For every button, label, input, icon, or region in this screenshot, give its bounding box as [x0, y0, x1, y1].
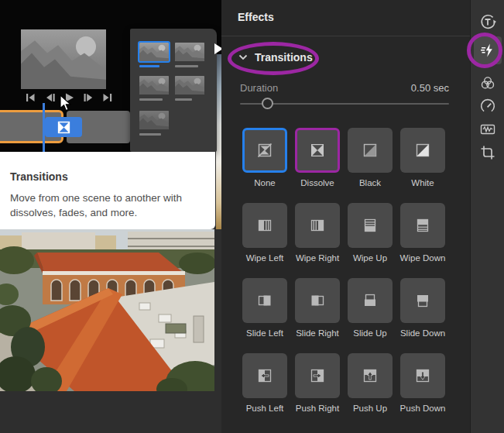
transition-cell-slide-right: Slide Right: [295, 278, 340, 353]
clip-duration-bar: [175, 65, 198, 67]
clip-thumbnail[interactable]: [139, 76, 169, 95]
effects-panel-title: Effects: [238, 11, 274, 23]
transition-cell-dissolve: Dissolve: [295, 128, 340, 203]
transition-cell-push-down: Push Down: [400, 353, 445, 428]
timeline-playhead[interactable]: [43, 103, 45, 152]
push-up-icon: [361, 366, 379, 385]
dissolve-icon: [308, 141, 327, 160]
slide-down-icon: [413, 291, 432, 310]
transition-tile-dissolve[interactable]: [295, 128, 340, 173]
clip-thumbnail-selected[interactable]: [139, 43, 169, 61]
clip-duration-bar: [175, 98, 192, 101]
slide-left-icon: [255, 291, 274, 310]
transition-label: Slide Left: [246, 328, 283, 338]
transition-label: Push Up: [353, 404, 387, 413]
transition-cell-push-up: Push Up: [348, 353, 393, 428]
transition-tile-slide-right[interactable]: [295, 278, 340, 323]
transition-tile-push-up[interactable]: [348, 353, 393, 398]
skip-end-icon[interactable]: [100, 91, 114, 105]
transition-tile-slide-up[interactable]: [348, 278, 393, 323]
transition-tile-push-down[interactable]: [400, 353, 445, 398]
transition-cell-push-right: Push Right: [295, 353, 340, 428]
none-icon: [255, 141, 274, 160]
transition-label: Wipe Right: [296, 253, 339, 263]
clip-duration-bar: [139, 133, 161, 136]
slide-right-icon: [308, 291, 327, 310]
transition-cell-wipe-up: Wipe Up: [348, 203, 393, 278]
transition-tile-slide-down[interactable]: [400, 278, 445, 323]
toolbar-crop-button[interactable]: [474, 139, 502, 167]
chevron-down-icon: [238, 54, 248, 60]
transition-label: Slide Up: [353, 328, 386, 338]
left-workspace: Transitions Move from one scene to anoth…: [0, 0, 221, 433]
push-down-icon: [413, 366, 432, 385]
transition-cell-push-left: Push Left: [242, 353, 287, 428]
white-icon: [413, 141, 432, 160]
transition-tile-wipe-down[interactable]: [400, 203, 445, 248]
transitions-section-label: Transitions: [255, 51, 313, 64]
transition-label: None: [254, 178, 276, 187]
effects-panel-header: Effects: [221, 0, 470, 36]
transition-cell-wipe-right: Wipe Right: [295, 203, 340, 278]
clip-duration-bar: [139, 98, 163, 101]
transition-tile-black[interactable]: [348, 128, 393, 173]
transition-cell-wipe-left: Wipe Left: [242, 203, 287, 278]
transition-label: Slide Down: [400, 328, 445, 338]
video-preview-thumbnail: [21, 29, 106, 89]
mouse-cursor-icon: [59, 95, 73, 112]
transition-label: Wipe Up: [353, 253, 387, 263]
push-right-icon: [308, 366, 327, 385]
background-video-sliver: [216, 54, 221, 229]
transition-cell-slide-down: Slide Down: [400, 278, 445, 353]
step-forward-icon[interactable]: [81, 91, 95, 105]
color-icon: [478, 74, 497, 92]
transition-cell-none: None: [242, 128, 287, 203]
transition-label: Push Down: [400, 404, 446, 413]
transition-tile-none[interactable]: [242, 128, 287, 173]
transition-tile-push-left[interactable]: [242, 353, 287, 398]
clip-thumbnail[interactable]: [139, 111, 169, 129]
transition-tile-wipe-up[interactable]: [348, 203, 393, 248]
wipe-down-icon: [413, 216, 432, 235]
clip-thumbnail[interactable]: [175, 76, 204, 95]
duration-slider-handle[interactable]: [262, 98, 273, 109]
tooltip-title: Transitions: [10, 170, 203, 183]
titles-icon: [478, 12, 497, 31]
transitions-grid: None Dissolve Black White Wipe Left Wipe…: [242, 128, 445, 428]
toolbar-effects-button[interactable]: [474, 36, 502, 64]
transition-tile-wipe-right[interactable]: [295, 203, 340, 248]
effects-icon: [478, 41, 497, 60]
slide-up-icon: [361, 291, 379, 310]
popup-expand-arrow-icon[interactable]: [214, 43, 221, 54]
clip-thumbnail[interactable]: [175, 43, 204, 61]
transitions-tooltip: Transitions Move from one scene to anoth…: [0, 152, 215, 229]
timeline-transition-badge[interactable]: [45, 117, 82, 137]
transition-tile-slide-left[interactable]: [242, 278, 287, 323]
clip-duration-bar: [139, 65, 159, 67]
toolbar-titles-button[interactable]: [474, 8, 502, 36]
clip-thumbnails-popup: [130, 29, 217, 152]
transition-tile-white[interactable]: [400, 128, 445, 173]
transition-cell-slide-left: Slide Left: [242, 278, 287, 353]
transition-tile-push-right[interactable]: [295, 353, 340, 398]
video-frame-photo: [0, 229, 214, 391]
audio-icon: [478, 120, 497, 139]
transition-label: Push Left: [246, 404, 284, 413]
transition-tile-wipe-left[interactable]: [242, 203, 287, 248]
transition-cell-white: White: [400, 128, 445, 203]
transitions-section-header[interactable]: Transitions: [238, 51, 313, 64]
transition-label: White: [411, 178, 434, 187]
wipe-right-icon: [308, 216, 327, 235]
wipe-up-icon: [361, 216, 379, 235]
premiere-rush-window: Transitions Move from one scene to anoth…: [0, 0, 504, 433]
transition-label: Push Right: [296, 404, 339, 413]
duration-slider[interactable]: [240, 98, 449, 110]
right-toolbar: [470, 0, 504, 433]
dissolve-badge-icon: [57, 121, 70, 134]
step-back-icon[interactable]: [43, 91, 57, 105]
duration-label: Duration: [240, 82, 278, 94]
effects-panel: Effects Transitions Duration 0.50 sec No…: [221, 0, 470, 433]
wipe-left-icon: [255, 216, 274, 235]
skip-start-icon[interactable]: [24, 91, 38, 105]
duration-value: 0.50 sec: [411, 82, 449, 94]
